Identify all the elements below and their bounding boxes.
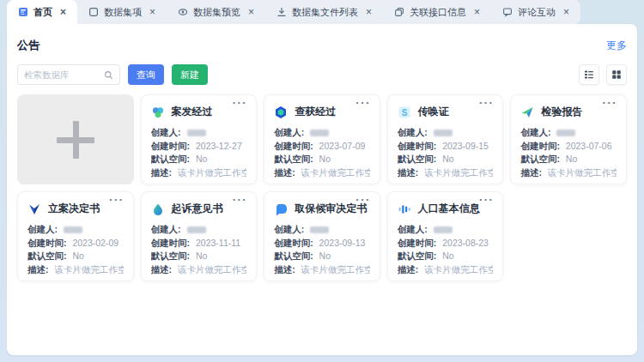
ellipsis-icon[interactable]: ··· <box>355 96 371 109</box>
created-at-label: 创建时间: <box>398 141 437 151</box>
description-value: 该卡片做完工作空间的展示 <box>424 167 493 178</box>
tab-label: 评论互动 <box>518 6 556 19</box>
card-population-info[interactable]: ··· 人口基本信息 创建人: 创建时间: 2023-08-23 默认空间: N… <box>387 191 504 281</box>
more-link[interactable]: 更多 <box>606 39 627 53</box>
created-at-value: 2023-09-13 <box>319 238 366 248</box>
created-at-value: 2023-07-06 <box>566 141 612 151</box>
card-title: 案发经过 <box>172 105 213 119</box>
ellipsis-icon[interactable]: ··· <box>109 193 125 206</box>
creator-value-redacted <box>187 130 206 136</box>
description-value: 该卡片做完工作空间的展示 <box>54 264 123 275</box>
tab-dataset-preview[interactable]: 数据集预览 × <box>167 0 265 24</box>
three-circles-icon <box>151 106 165 119</box>
ellipsis-icon[interactable]: ··· <box>479 193 495 206</box>
card-summons[interactable]: ··· S 传唤证 创建人: 创建时间: 2023-09-15 默认空间: No… <box>387 94 504 184</box>
create-button[interactable]: 新建 <box>172 64 208 85</box>
bubble-icon <box>274 202 288 216</box>
main-panel: 公告 更多 查询 新建 ··· 案发经过 创建人: 创建时间: 2023-12-… <box>7 24 637 355</box>
close-icon[interactable]: × <box>366 7 372 17</box>
search-icon <box>104 70 113 80</box>
ellipsis-icon[interactable]: ··· <box>233 96 248 109</box>
default-space-label: 默认空间: <box>398 250 437 261</box>
created-at-value: 2023-02-09 <box>72 238 118 248</box>
page-title: 公告 <box>17 38 40 53</box>
view-toggle-group <box>572 64 627 85</box>
ellipsis-icon[interactable]: ··· <box>355 193 371 206</box>
description-label: 描述: <box>274 264 295 275</box>
created-at-label: 创建时间: <box>151 141 191 151</box>
description-label: 描述: <box>398 167 419 178</box>
created-at-label: 创建时间: <box>27 238 67 248</box>
creator-value-redacted <box>434 226 453 233</box>
creator-label: 创建人: <box>274 127 304 137</box>
default-space-value: No <box>72 250 83 261</box>
list-view-button[interactable] <box>579 64 599 85</box>
card-filing-decision[interactable]: ··· 立案决定书 创建人: 创建时间: 2023-02-09 默认空间: No… <box>17 191 134 281</box>
default-space-value: No <box>566 154 577 164</box>
tab-dataset-file-list[interactable]: 数据集文件列表 × <box>265 0 383 24</box>
description-value: 该卡片做完工作空间的展示 <box>548 167 617 178</box>
card-prosecution-opinion[interactable]: ··· 起诉意见书 创建人: 创建时间: 2023-11-11 默认空间: No… <box>141 191 258 281</box>
search-box[interactable] <box>17 64 120 85</box>
description-label: 描述: <box>520 167 542 178</box>
creator-label: 创建人: <box>151 224 181 234</box>
creator-value-redacted <box>434 130 453 136</box>
ellipsis-icon[interactable]: ··· <box>233 193 248 206</box>
search-input[interactable] <box>24 69 104 80</box>
close-icon[interactable]: × <box>563 7 569 17</box>
default-space-value: No <box>442 250 453 261</box>
card-title: 人口基本信息 <box>418 202 480 216</box>
query-button[interactable]: 查询 <box>128 64 164 85</box>
created-at-value: 2023-08-23 <box>442 238 489 248</box>
grid-view-button[interactable] <box>606 64 627 85</box>
plane-icon <box>520 106 534 119</box>
linked-api-icon <box>394 7 404 17</box>
tab-home[interactable]: 首页 × <box>7 0 77 24</box>
description-value: 该卡片做完工作空间的展示 <box>301 264 370 275</box>
created-at-label: 创建时间: <box>520 141 560 151</box>
created-at-value: 2023-12-27 <box>196 141 242 151</box>
card-bail-decision[interactable]: ··· 取保候审决定书 创建人: 创建时间: 2023-09-13 默认空间: … <box>264 191 380 281</box>
close-icon[interactable]: × <box>60 7 66 17</box>
close-icon[interactable]: × <box>149 7 155 17</box>
created-at-value: 2023-11-11 <box>196 238 240 248</box>
description-label: 描述: <box>151 167 173 178</box>
created-at-value: 2023-09-15 <box>442 141 489 151</box>
description-label: 描述: <box>398 264 419 275</box>
description-label: 描述: <box>274 167 295 178</box>
description-value: 该卡片做完工作空间的展示 <box>424 264 493 275</box>
s-badge-icon: S <box>398 106 411 119</box>
default-space-label: 默认空间: <box>398 154 437 164</box>
card-title: 立案决定书 <box>48 202 100 216</box>
card-inspection-report[interactable]: ··· 检验报告 创建人: 创建时间: 2023-07-06 默认空间: No … <box>510 94 627 184</box>
ellipsis-icon[interactable]: ··· <box>479 96 495 109</box>
default-space-value: No <box>319 154 331 164</box>
tab-dataset-item[interactable]: 数据集项 × <box>77 0 167 24</box>
tab-comments[interactable]: 评论互动 × <box>491 0 580 24</box>
toolbar: 查询 新建 <box>17 64 627 85</box>
tab-bar: 首页 × 数据集项 × 数据集预览 × 数据集文件列表 × 关联接口信息 × 评… <box>0 0 644 24</box>
created-at-label: 创建时间: <box>274 238 313 248</box>
created-at-label: 创建时间: <box>151 238 191 248</box>
creator-label: 创建人: <box>398 127 428 137</box>
card-seizure-process[interactable]: ··· 查获经过 创建人: 创建时间: 2023-07-09 默认空间: No … <box>264 94 380 184</box>
default-space-label: 默认空间: <box>27 250 67 261</box>
card-title: 查获经过 <box>295 105 336 119</box>
creator-value-redacted <box>187 226 206 233</box>
default-space-label: 默认空间: <box>274 154 313 164</box>
creator-label: 创建人: <box>274 224 304 234</box>
tab-label: 关联接口信息 <box>410 6 466 19</box>
droplet-icon <box>151 202 165 216</box>
creator-label: 创建人: <box>27 224 58 234</box>
close-icon[interactable]: × <box>248 7 254 17</box>
close-icon[interactable]: × <box>474 7 480 17</box>
ellipsis-icon[interactable]: ··· <box>603 96 618 109</box>
tab-linked-api-info[interactable]: 关联接口信息 × <box>383 0 491 24</box>
add-card-button[interactable] <box>17 94 134 184</box>
cards-grid: ··· 案发经过 创建人: 创建时间: 2023-12-27 默认空间: No … <box>17 94 627 281</box>
default-space-value: No <box>196 154 207 164</box>
description-value: 该卡片做完工作空间的展示 <box>178 167 246 178</box>
plus-icon <box>57 121 94 159</box>
card-case-occurrence[interactable]: ··· 案发经过 创建人: 创建时间: 2023-12-27 默认空间: No … <box>141 94 258 184</box>
preview-eye-icon <box>178 7 188 17</box>
